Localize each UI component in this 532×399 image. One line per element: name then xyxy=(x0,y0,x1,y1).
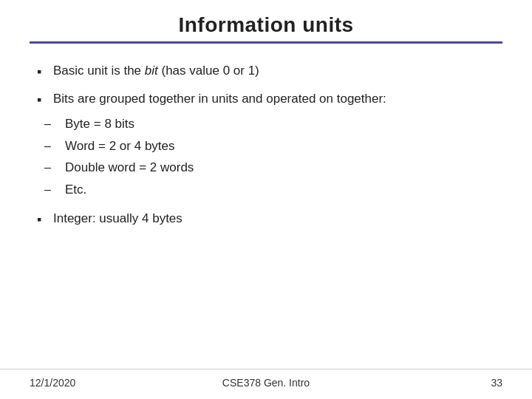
slide: Information units ▪ Basic unit is the bi… xyxy=(0,0,532,399)
bullet-text-3: Integer: usually 4 bytes xyxy=(53,209,495,228)
slide-title: Information units xyxy=(30,13,502,37)
title-underline xyxy=(30,41,502,44)
bullet-list: ▪ Basic unit is the bit (has value 0 or … xyxy=(37,61,495,230)
dash-icon-1: – xyxy=(44,115,65,133)
bullet-marker-1: ▪ xyxy=(37,62,53,82)
sub-item-3: – Double word = 2 words xyxy=(44,158,194,177)
footer-date: 12/1/2020 xyxy=(30,377,185,389)
sub-item-4: – Etc. xyxy=(44,180,194,200)
sub-list: – Byte = 8 bits – Word = 2 or 4 bytes – … xyxy=(44,115,194,202)
slide-footer: 12/1/2020 CSE378 Gen. Intro 33 xyxy=(0,369,532,399)
bullet-marker-2: ▪ xyxy=(37,90,53,110)
footer-title: CSE378 Gen. Intro xyxy=(188,377,344,389)
sub-text-1: Byte = 8 bits xyxy=(65,115,194,134)
bullet-text-2: Bits are grouped together in units and o… xyxy=(53,89,386,109)
sub-text-3: Double word = 2 words xyxy=(65,158,194,177)
slide-header: Information units xyxy=(0,0,532,48)
bullet-item-2: ▪ Bits are grouped together in units and… xyxy=(37,89,495,202)
dash-icon-3: – xyxy=(44,158,65,177)
footer-page-number: 33 xyxy=(347,377,502,389)
sub-text-4: Etc. xyxy=(65,180,194,200)
dash-icon-4: – xyxy=(44,180,65,199)
bullet-marker-3: ▪ xyxy=(37,210,53,230)
sub-text-2: Word = 2 or 4 bytes xyxy=(65,137,194,156)
sub-item-2: – Word = 2 or 4 bytes xyxy=(44,137,194,156)
bit-italic: bit xyxy=(145,64,158,78)
bullet-item-1: ▪ Basic unit is the bit (has value 0 or … xyxy=(37,61,495,82)
dash-icon-2: – xyxy=(44,137,65,155)
bullet-text-1: Basic unit is the bit (has value 0 or 1) xyxy=(53,61,495,81)
sub-item-1: – Byte = 8 bits xyxy=(44,115,194,134)
bullet-item-3: ▪ Integer: usually 4 bytes xyxy=(37,209,495,230)
slide-content: ▪ Basic unit is the bit (has value 0 or … xyxy=(0,48,532,369)
